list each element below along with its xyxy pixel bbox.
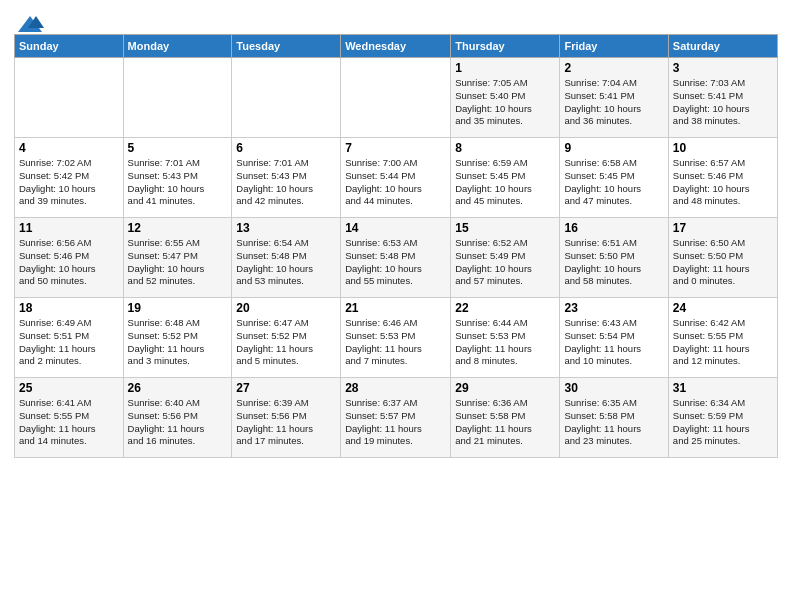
day-info: Sunrise: 6:48 AM Sunset: 5:52 PM Dayligh… [128,317,228,368]
calendar-cell: 16Sunrise: 6:51 AM Sunset: 5:50 PM Dayli… [560,218,668,298]
header-day-thursday: Thursday [451,35,560,58]
calendar-cell: 3Sunrise: 7:03 AM Sunset: 5:41 PM Daylig… [668,58,777,138]
day-info: Sunrise: 6:56 AM Sunset: 5:46 PM Dayligh… [19,237,119,288]
calendar-cell: 5Sunrise: 7:01 AM Sunset: 5:43 PM Daylig… [123,138,232,218]
calendar-cell: 9Sunrise: 6:58 AM Sunset: 5:45 PM Daylig… [560,138,668,218]
day-number: 20 [236,301,336,315]
calendar-cell: 6Sunrise: 7:01 AM Sunset: 5:43 PM Daylig… [232,138,341,218]
calendar-cell: 8Sunrise: 6:59 AM Sunset: 5:45 PM Daylig… [451,138,560,218]
day-info: Sunrise: 7:05 AM Sunset: 5:40 PM Dayligh… [455,77,555,128]
calendar-cell: 24Sunrise: 6:42 AM Sunset: 5:55 PM Dayli… [668,298,777,378]
calendar-cell: 27Sunrise: 6:39 AM Sunset: 5:56 PM Dayli… [232,378,341,458]
calendar-cell [15,58,124,138]
day-number: 27 [236,381,336,395]
header-day-monday: Monday [123,35,232,58]
calendar-body: 1Sunrise: 7:05 AM Sunset: 5:40 PM Daylig… [15,58,778,458]
day-number: 7 [345,141,446,155]
day-number: 10 [673,141,773,155]
day-info: Sunrise: 6:42 AM Sunset: 5:55 PM Dayligh… [673,317,773,368]
day-info: Sunrise: 6:34 AM Sunset: 5:59 PM Dayligh… [673,397,773,448]
calendar-cell [341,58,451,138]
day-number: 12 [128,221,228,235]
calendar-cell: 7Sunrise: 7:00 AM Sunset: 5:44 PM Daylig… [341,138,451,218]
day-number: 8 [455,141,555,155]
calendar-cell: 13Sunrise: 6:54 AM Sunset: 5:48 PM Dayli… [232,218,341,298]
week-row-1: 1Sunrise: 7:05 AM Sunset: 5:40 PM Daylig… [15,58,778,138]
day-number: 4 [19,141,119,155]
calendar-cell: 11Sunrise: 6:56 AM Sunset: 5:46 PM Dayli… [15,218,124,298]
day-number: 9 [564,141,663,155]
day-number: 22 [455,301,555,315]
calendar-cell: 30Sunrise: 6:35 AM Sunset: 5:58 PM Dayli… [560,378,668,458]
week-row-4: 18Sunrise: 6:49 AM Sunset: 5:51 PM Dayli… [15,298,778,378]
calendar-cell: 10Sunrise: 6:57 AM Sunset: 5:46 PM Dayli… [668,138,777,218]
calendar-cell: 18Sunrise: 6:49 AM Sunset: 5:51 PM Dayli… [15,298,124,378]
day-number: 29 [455,381,555,395]
day-number: 16 [564,221,663,235]
logo [14,14,44,30]
day-number: 31 [673,381,773,395]
day-info: Sunrise: 7:02 AM Sunset: 5:42 PM Dayligh… [19,157,119,208]
day-info: Sunrise: 6:37 AM Sunset: 5:57 PM Dayligh… [345,397,446,448]
day-number: 13 [236,221,336,235]
day-number: 5 [128,141,228,155]
day-number: 19 [128,301,228,315]
day-number: 28 [345,381,446,395]
calendar-cell: 2Sunrise: 7:04 AM Sunset: 5:41 PM Daylig… [560,58,668,138]
day-info: Sunrise: 6:43 AM Sunset: 5:54 PM Dayligh… [564,317,663,368]
calendar-cell: 31Sunrise: 6:34 AM Sunset: 5:59 PM Dayli… [668,378,777,458]
header-day-sunday: Sunday [15,35,124,58]
calendar-cell: 14Sunrise: 6:53 AM Sunset: 5:48 PM Dayli… [341,218,451,298]
calendar-cell: 12Sunrise: 6:55 AM Sunset: 5:47 PM Dayli… [123,218,232,298]
calendar-cell: 1Sunrise: 7:05 AM Sunset: 5:40 PM Daylig… [451,58,560,138]
day-info: Sunrise: 7:03 AM Sunset: 5:41 PM Dayligh… [673,77,773,128]
day-info: Sunrise: 6:39 AM Sunset: 5:56 PM Dayligh… [236,397,336,448]
calendar-cell: 4Sunrise: 7:02 AM Sunset: 5:42 PM Daylig… [15,138,124,218]
calendar-table: SundayMondayTuesdayWednesdayThursdayFrid… [14,34,778,458]
day-info: Sunrise: 6:53 AM Sunset: 5:48 PM Dayligh… [345,237,446,288]
page-container: SundayMondayTuesdayWednesdayThursdayFrid… [0,0,792,468]
day-info: Sunrise: 7:01 AM Sunset: 5:43 PM Dayligh… [236,157,336,208]
header-day-friday: Friday [560,35,668,58]
day-number: 11 [19,221,119,235]
header-row: SundayMondayTuesdayWednesdayThursdayFrid… [15,35,778,58]
calendar-cell: 23Sunrise: 6:43 AM Sunset: 5:54 PM Dayli… [560,298,668,378]
day-info: Sunrise: 6:35 AM Sunset: 5:58 PM Dayligh… [564,397,663,448]
day-info: Sunrise: 6:47 AM Sunset: 5:52 PM Dayligh… [236,317,336,368]
day-info: Sunrise: 7:01 AM Sunset: 5:43 PM Dayligh… [128,157,228,208]
day-info: Sunrise: 6:49 AM Sunset: 5:51 PM Dayligh… [19,317,119,368]
day-number: 23 [564,301,663,315]
day-number: 18 [19,301,119,315]
header-day-wednesday: Wednesday [341,35,451,58]
day-number: 21 [345,301,446,315]
calendar-cell: 22Sunrise: 6:44 AM Sunset: 5:53 PM Dayli… [451,298,560,378]
day-info: Sunrise: 7:04 AM Sunset: 5:41 PM Dayligh… [564,77,663,128]
day-number: 2 [564,61,663,75]
day-number: 6 [236,141,336,155]
calendar-header: SundayMondayTuesdayWednesdayThursdayFrid… [15,35,778,58]
week-row-3: 11Sunrise: 6:56 AM Sunset: 5:46 PM Dayli… [15,218,778,298]
day-info: Sunrise: 6:50 AM Sunset: 5:50 PM Dayligh… [673,237,773,288]
calendar-cell: 28Sunrise: 6:37 AM Sunset: 5:57 PM Dayli… [341,378,451,458]
calendar-cell [123,58,232,138]
day-number: 30 [564,381,663,395]
day-number: 25 [19,381,119,395]
day-number: 26 [128,381,228,395]
day-info: Sunrise: 6:44 AM Sunset: 5:53 PM Dayligh… [455,317,555,368]
calendar-cell: 25Sunrise: 6:41 AM Sunset: 5:55 PM Dayli… [15,378,124,458]
calendar-cell: 17Sunrise: 6:50 AM Sunset: 5:50 PM Dayli… [668,218,777,298]
day-number: 14 [345,221,446,235]
day-info: Sunrise: 6:51 AM Sunset: 5:50 PM Dayligh… [564,237,663,288]
day-info: Sunrise: 6:54 AM Sunset: 5:48 PM Dayligh… [236,237,336,288]
day-info: Sunrise: 6:55 AM Sunset: 5:47 PM Dayligh… [128,237,228,288]
week-row-2: 4Sunrise: 7:02 AM Sunset: 5:42 PM Daylig… [15,138,778,218]
calendar-cell: 26Sunrise: 6:40 AM Sunset: 5:56 PM Dayli… [123,378,232,458]
logo-icon [16,14,44,36]
calendar-cell [232,58,341,138]
day-info: Sunrise: 6:41 AM Sunset: 5:55 PM Dayligh… [19,397,119,448]
day-number: 15 [455,221,555,235]
header-day-tuesday: Tuesday [232,35,341,58]
day-number: 24 [673,301,773,315]
week-row-5: 25Sunrise: 6:41 AM Sunset: 5:55 PM Dayli… [15,378,778,458]
day-info: Sunrise: 6:40 AM Sunset: 5:56 PM Dayligh… [128,397,228,448]
